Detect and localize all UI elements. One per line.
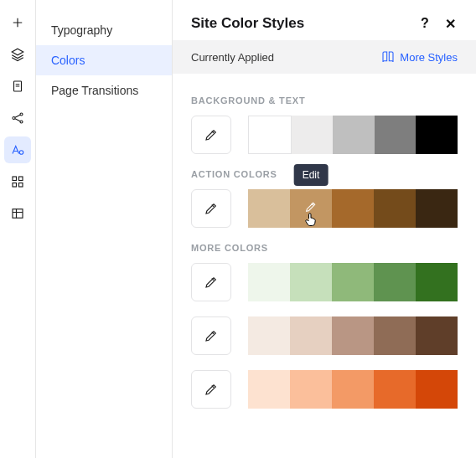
edit-tooltip: Edit bbox=[294, 164, 329, 186]
edit-button-action[interactable] bbox=[191, 189, 231, 228]
swatch[interactable] bbox=[416, 316, 458, 355]
more-styles-link[interactable]: More Styles bbox=[381, 50, 458, 64]
edit-button-more-1[interactable] bbox=[191, 316, 231, 355]
swatch[interactable] bbox=[248, 316, 290, 355]
swatches-bgtext bbox=[248, 116, 458, 154]
swatch[interactable] bbox=[375, 116, 416, 154]
swatches-more-1 bbox=[248, 316, 458, 355]
swatch[interactable] bbox=[292, 116, 334, 154]
swatch[interactable] bbox=[248, 263, 290, 301]
layers-icon[interactable] bbox=[4, 41, 31, 68]
subnav-item-page-transitions[interactable]: Page Transitions bbox=[36, 75, 172, 105]
swatch[interactable] bbox=[416, 370, 458, 409]
palette-row-bgtext bbox=[191, 116, 458, 154]
palette-row-more-0 bbox=[191, 263, 458, 301]
swatch[interactable] bbox=[332, 370, 374, 409]
edit-button-bgtext[interactable] bbox=[191, 116, 231, 154]
applied-bar: Currently Applied More Styles bbox=[173, 40, 476, 74]
currently-applied-label: Currently Applied bbox=[191, 51, 274, 64]
swatch[interactable] bbox=[332, 316, 374, 355]
panel-header: Site Color Styles ? ✕ bbox=[173, 0, 476, 40]
svg-rect-6 bbox=[18, 177, 23, 181]
palette-row-more-1 bbox=[191, 316, 458, 355]
table-icon[interactable] bbox=[4, 200, 31, 227]
subnav-item-colors[interactable]: Colors bbox=[36, 45, 172, 75]
edit-button-more-2[interactable] bbox=[191, 370, 231, 409]
more-styles-label: More Styles bbox=[400, 51, 458, 64]
edit-button-more-0[interactable] bbox=[191, 263, 231, 301]
swatch[interactable] bbox=[416, 189, 458, 228]
swatch[interactable] bbox=[374, 370, 416, 409]
swatch[interactable] bbox=[416, 116, 458, 154]
swatches-more-2 bbox=[248, 370, 458, 409]
svg-rect-7 bbox=[13, 183, 17, 188]
swatches-action: Edit bbox=[248, 189, 458, 228]
palette-row-action: Edit bbox=[191, 189, 458, 228]
svg-point-2 bbox=[20, 113, 23, 116]
swatches-more-0 bbox=[248, 263, 458, 301]
swatch[interactable] bbox=[333, 116, 375, 154]
swatch[interactable] bbox=[374, 263, 416, 301]
book-icon bbox=[381, 50, 395, 64]
svg-rect-8 bbox=[18, 183, 23, 188]
help-icon[interactable]: ? bbox=[417, 16, 432, 31]
swatch[interactable] bbox=[374, 189, 416, 228]
swatch[interactable] bbox=[332, 263, 374, 301]
grid-icon[interactable] bbox=[4, 168, 31, 195]
swatch[interactable] bbox=[290, 316, 332, 355]
section-label-more: MORE COLORS bbox=[191, 243, 458, 253]
svg-rect-5 bbox=[13, 177, 17, 181]
cursor-hand-icon bbox=[303, 211, 319, 231]
close-icon[interactable]: ✕ bbox=[442, 16, 458, 31]
swatch[interactable] bbox=[248, 189, 290, 228]
share-icon[interactable] bbox=[4, 105, 31, 131]
swatch[interactable] bbox=[374, 316, 416, 355]
svg-rect-9 bbox=[13, 209, 23, 219]
panel-body: BACKGROUND & TEXT ACTION COLORS Edit bbox=[173, 74, 476, 442]
subnav: Typography Colors Page Transitions bbox=[36, 0, 173, 458]
section-label-bgtext: BACKGROUND & TEXT bbox=[191, 95, 458, 105]
svg-point-4 bbox=[19, 151, 23, 155]
svg-point-3 bbox=[20, 121, 23, 123]
swatch[interactable] bbox=[248, 370, 290, 409]
text-style-icon[interactable] bbox=[4, 136, 31, 163]
add-icon[interactable] bbox=[4, 9, 31, 36]
subnav-item-typography[interactable]: Typography bbox=[36, 15, 172, 45]
swatch[interactable]: Edit bbox=[290, 189, 332, 228]
page-icon[interactable] bbox=[4, 73, 31, 100]
svg-point-1 bbox=[13, 117, 15, 120]
swatch[interactable] bbox=[416, 263, 458, 301]
swatch[interactable] bbox=[290, 263, 332, 301]
swatch[interactable] bbox=[248, 116, 292, 154]
palette-row-more-2 bbox=[191, 370, 458, 409]
swatch[interactable] bbox=[332, 189, 374, 228]
panel-title: Site Color Styles bbox=[191, 15, 304, 32]
panel: Site Color Styles ? ✕ Currently Applied … bbox=[173, 0, 476, 458]
swatch[interactable] bbox=[290, 370, 332, 409]
icon-rail bbox=[0, 0, 36, 458]
